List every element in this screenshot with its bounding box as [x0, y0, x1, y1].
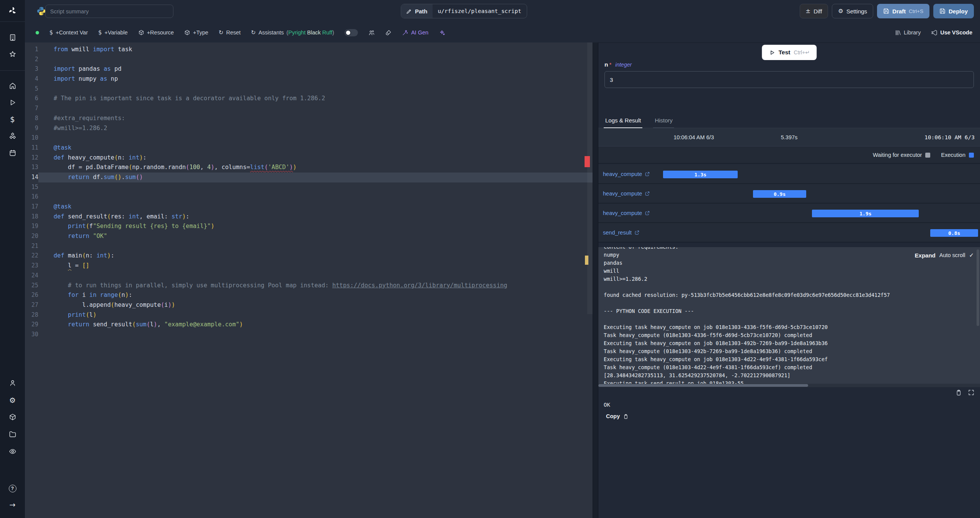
autoscroll-toggle[interactable]: Auto scroll	[939, 252, 965, 258]
code-line[interactable]: 2	[25, 55, 593, 65]
sidebar-item-resources[interactable]	[0, 129, 25, 143]
add-resource-button[interactable]: +Resource	[138, 29, 174, 36]
sidebar-item-schedules[interactable]	[0, 146, 25, 160]
code-line[interactable]: 1from wmill import task	[25, 45, 593, 55]
job-link[interactable]: send_result	[603, 223, 640, 242]
script-summary-input[interactable]	[45, 5, 173, 18]
run-duration: 5.397s	[751, 128, 827, 146]
code-line[interactable]: 21	[25, 241, 593, 251]
panel-splitter[interactable]	[593, 42, 598, 518]
logs-viewer[interactable]: content of requirements: numpy pandas wm…	[598, 247, 980, 387]
add-variable-button[interactable]: $ +Variable	[98, 29, 128, 36]
sidebar-item-settings[interactable]: ⚙	[0, 393, 25, 407]
sidebar-item-home[interactable]	[0, 79, 25, 93]
job-duration-bar[interactable]: 0.9s	[753, 190, 807, 198]
code-line[interactable]: 17@task	[25, 202, 593, 212]
job-link[interactable]: heavy_compute	[603, 184, 650, 203]
scrollbar-thumb[interactable]	[598, 384, 808, 387]
users-icon	[368, 29, 375, 36]
ai-gen-button[interactable]: AI Gen	[402, 29, 428, 36]
library-button[interactable]: Library	[895, 29, 921, 36]
path-chip[interactable]: Path u/rfiszel/pleasant_script	[401, 4, 527, 18]
code-line[interactable]: 20 return "OK"	[25, 231, 593, 241]
editor-toolbar: $ +Context Var $ +Variable +Resource +Ty…	[25, 23, 980, 42]
code-line[interactable]: 19 print(f"Sending result {res} to {emai…	[25, 222, 593, 231]
code-line[interactable]: 3import pandas as pd	[25, 64, 593, 74]
tab-logs-result[interactable]: Logs & Result	[604, 114, 642, 128]
arg-n-input[interactable]	[604, 71, 974, 88]
code-line[interactable]: 30	[25, 330, 593, 340]
sidebar-item-runs[interactable]	[0, 96, 25, 109]
code-line[interactable]: 18def send_result(res: int, email: str):	[25, 212, 593, 222]
draft-button[interactable]: Draft Ctrl+S	[877, 4, 929, 18]
reset-button[interactable]: ↻ Reset	[219, 29, 240, 36]
ai-sparkles-button[interactable]	[439, 29, 445, 36]
code-line[interactable]: 13 df = pd.DataFrame(np.random.randn(100…	[25, 163, 593, 173]
code-line[interactable]: 12def heavy_compute(n: int):	[25, 153, 593, 163]
sidebar-item-audit-logs[interactable]	[0, 445, 25, 458]
code-line[interactable]: 22def main(n: int):	[25, 251, 593, 261]
assistant-black: Black	[307, 29, 320, 36]
job-link[interactable]: heavy_compute	[603, 165, 650, 183]
code-editor[interactable]: 1from wmill import task23import pandas a…	[25, 42, 593, 518]
sidebar-item-favorites[interactable]	[0, 47, 25, 61]
calendar-icon	[9, 149, 16, 157]
execution-swatch	[969, 153, 974, 158]
error-marker	[585, 156, 590, 167]
code-line[interactable]: 28 print(l)	[25, 310, 593, 320]
code-line[interactable]: 6# The pin is important since task is a …	[25, 94, 593, 104]
sidebar-expand-button[interactable]: →	[0, 498, 25, 511]
settings-button[interactable]: ⚙ Settings	[832, 4, 873, 18]
code-line[interactable]: 5	[25, 84, 593, 94]
job-duration-bar[interactable]: 1.3s	[663, 171, 737, 178]
job-duration-bar[interactable]: 1.9s	[812, 210, 919, 217]
vscode-icon	[931, 29, 938, 36]
sidebar-item-workers[interactable]	[0, 410, 25, 424]
format-button[interactable]	[385, 29, 392, 36]
sidebar-item-account[interactable]	[0, 376, 25, 390]
code-line[interactable]: 15	[25, 182, 593, 192]
use-vscode-button[interactable]: Use VScode	[931, 29, 972, 36]
diff-button[interactable]: ± Diff	[800, 4, 828, 18]
job-link[interactable]: heavy_compute	[603, 204, 650, 222]
script-path[interactable]: u/rfiszel/pleasant_script	[433, 4, 527, 18]
expand-logs-button[interactable]: Expand	[915, 252, 936, 259]
code-line[interactable]: 11@task	[25, 143, 593, 153]
logs-horizontal-scrollbar[interactable]	[598, 384, 980, 387]
multiplayer-button[interactable]	[368, 29, 375, 36]
add-type-button[interactable]: +Type	[184, 29, 208, 36]
code-line[interactable]: 16	[25, 192, 593, 202]
code-line[interactable]: 7	[25, 104, 593, 114]
vim-mode-toggle[interactable]	[345, 29, 358, 36]
code-line[interactable]: 10	[25, 133, 593, 143]
sidebar-item-variables[interactable]: $	[0, 112, 25, 126]
copy-result-button[interactable]: Copy	[606, 413, 629, 419]
logs-vertical-scrollbar[interactable]	[977, 249, 979, 326]
code-line[interactable]: 9#wmill>=1.286.2	[25, 124, 593, 134]
job-duration-bar[interactable]: 0.8s	[930, 229, 978, 237]
path-edit-button[interactable]: Path	[401, 4, 433, 18]
code-line[interactable]: 14 return df.sum().sum()	[25, 173, 593, 182]
code-line[interactable]: 26 for i in range(n):	[25, 290, 593, 300]
editor-scrollbar[interactable]	[587, 42, 593, 314]
add-context-var-button[interactable]: $ +Context Var	[49, 29, 88, 36]
tab-history[interactable]: History	[653, 114, 674, 128]
code-line[interactable]: 27 l.append(heavy_compute(i))	[25, 300, 593, 310]
test-button[interactable]: Test Ctrl+↵	[762, 45, 817, 60]
sidebar-item-help[interactable]: ?	[0, 482, 25, 495]
sidebar-item-folders[interactable]	[0, 427, 25, 441]
rotate-icon: ↻	[251, 30, 256, 36]
code-line[interactable]: 4import numpy as np	[25, 74, 593, 84]
code-line[interactable]: 25 # to run things in parallel, simply u…	[25, 281, 593, 291]
code-line[interactable]: 24	[25, 271, 593, 281]
code-line[interactable]: 8#extra_requirements:	[25, 114, 593, 124]
sidebar-item-workspace[interactable]	[0, 31, 25, 44]
windmill-logo[interactable]	[0, 0, 25, 21]
clipboard-icon[interactable]	[955, 389, 962, 396]
code-line[interactable]: 29 return send_result(sum(l), "example@e…	[25, 320, 593, 330]
maximize-icon[interactable]	[968, 389, 975, 396]
code-line[interactable]: 23 l = []	[25, 261, 593, 271]
dollar-icon: $	[98, 30, 102, 36]
assistants-button[interactable]: ↻ Assistants (Pyright Black Ruff)	[251, 29, 334, 36]
deploy-button[interactable]: Deploy	[933, 4, 974, 18]
